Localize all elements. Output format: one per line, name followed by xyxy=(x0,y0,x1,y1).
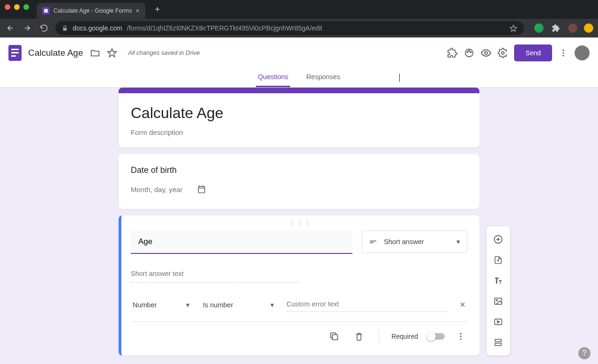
toolbar-row: docs.google.com/forms/d/1qhIZ6zI0NKZXtkr… xyxy=(0,19,598,37)
duplicate-icon[interactable] xyxy=(326,328,342,344)
question-type-dropdown[interactable]: Short answer ▾ xyxy=(362,230,467,253)
tab-questions[interactable]: Questions xyxy=(256,68,290,87)
calendar-icon xyxy=(197,185,206,194)
add-title-icon[interactable] xyxy=(490,272,507,289)
validation-row: Number ▾ Is number ▾ × xyxy=(131,297,467,312)
forward-button[interactable] xyxy=(22,22,33,34)
url-host: docs.google.com xyxy=(73,24,122,32)
svg-point-6 xyxy=(562,49,564,51)
svg-rect-19 xyxy=(495,339,501,342)
svg-point-1 xyxy=(467,51,468,52)
delete-trash-icon[interactable] xyxy=(351,329,366,344)
text-cursor xyxy=(399,74,400,82)
add-question-icon[interactable] xyxy=(490,231,507,248)
extensions-area xyxy=(530,22,593,34)
svg-point-13 xyxy=(460,335,461,337)
svg-rect-11 xyxy=(333,334,338,340)
more-menu-icon[interactable] xyxy=(558,47,569,59)
title-card[interactable]: Calculate Age Form description xyxy=(119,93,479,148)
profile-avatar-icon[interactable] xyxy=(568,23,577,33)
form-description[interactable]: Form description xyxy=(131,128,467,136)
question-card-date[interactable]: Date of birth Month, day, year xyxy=(119,154,479,209)
validation-type-label: Number xyxy=(133,301,157,309)
reload-button[interactable] xyxy=(38,22,50,34)
svg-rect-10 xyxy=(370,243,374,244)
dropdown-arrow-icon: ▾ xyxy=(456,238,460,245)
tab-title: Calculate Age - Google Forms xyxy=(53,7,132,14)
editor-tabs: Questions Responses xyxy=(0,68,598,88)
theme-palette-icon[interactable] xyxy=(463,47,475,59)
svg-point-4 xyxy=(485,52,487,54)
svg-point-3 xyxy=(471,51,471,52)
send-button[interactable]: Send xyxy=(514,45,552,61)
addons-icon[interactable] xyxy=(447,47,458,59)
url-path: /forms/d/1qhIZ6zI0NKZXtkrTPERGTkt495Vi0c… xyxy=(127,24,322,32)
import-questions-icon[interactable] xyxy=(490,252,507,268)
settings-gear-icon[interactable] xyxy=(497,47,508,59)
star-icon[interactable] xyxy=(106,47,118,59)
svg-point-17 xyxy=(496,300,498,301)
drag-handle-icon[interactable]: ⋮⋮⋮ xyxy=(289,219,312,227)
profile-badge-icon[interactable] xyxy=(584,23,593,33)
svg-point-7 xyxy=(562,52,564,53)
validation-type-dropdown[interactable]: Number ▾ xyxy=(131,298,192,312)
svg-point-14 xyxy=(460,338,461,340)
help-button[interactable]: ? xyxy=(578,347,591,359)
lock-icon xyxy=(62,25,68,31)
browser-chrome: Calculate Age - Google Forms × + docs.go… xyxy=(0,0,598,37)
question-title-input[interactable] xyxy=(131,230,352,254)
browser-tab[interactable]: Calculate Age - Google Forms × xyxy=(37,3,145,19)
dropdown-arrow-icon: ▾ xyxy=(270,301,274,309)
add-video-icon[interactable] xyxy=(490,313,507,330)
tab-responses[interactable]: Responses xyxy=(304,68,342,87)
extension-icon[interactable] xyxy=(534,23,544,33)
validation-rule-dropdown[interactable]: Is number ▾ xyxy=(201,298,276,312)
preview-eye-icon[interactable] xyxy=(480,47,492,59)
account-avatar[interactable] xyxy=(575,45,590,60)
tab-strip: Calculate Age - Google Forms × + xyxy=(0,0,598,19)
date-answer-row: Month, day, year xyxy=(131,185,467,194)
new-tab-button[interactable]: + xyxy=(151,3,164,16)
accent-bar xyxy=(119,88,479,93)
tab-close-icon[interactable]: × xyxy=(135,7,139,15)
type-label: Short answer xyxy=(384,238,424,245)
required-label: Required xyxy=(391,333,418,340)
question-more-icon[interactable] xyxy=(454,330,467,343)
svg-rect-20 xyxy=(495,343,501,346)
add-image-icon[interactable] xyxy=(490,293,507,310)
form-column: Calculate Age Form description Date of b… xyxy=(119,88,479,364)
form-canvas: Calculate Age Form description Date of b… xyxy=(0,88,598,364)
question-title: Date of birth xyxy=(131,165,467,175)
tool-rail xyxy=(486,226,510,356)
validation-error-input[interactable] xyxy=(285,297,448,312)
move-folder-icon[interactable] xyxy=(90,47,101,59)
window-close-icon[interactable] xyxy=(5,4,10,10)
form-name-input[interactable]: Calculate Age xyxy=(27,46,84,60)
form-title[interactable]: Calculate Age xyxy=(131,104,467,122)
svg-point-12 xyxy=(460,333,461,334)
window-controls xyxy=(5,4,34,15)
svg-point-8 xyxy=(562,55,564,56)
forms-logo-icon[interactable] xyxy=(8,45,22,61)
forms-favicon-icon xyxy=(42,7,50,15)
svg-rect-9 xyxy=(370,241,376,242)
svg-point-2 xyxy=(469,50,470,51)
short-answer-placeholder: Short answer text xyxy=(131,267,299,282)
svg-point-5 xyxy=(502,52,505,54)
extensions-puzzle-icon[interactable] xyxy=(550,22,561,34)
dropdown-arrow-icon: ▾ xyxy=(186,301,190,309)
back-button[interactable] xyxy=(5,22,16,34)
app-header: Calculate Age All changes saved in Drive… xyxy=(0,37,598,68)
remove-validation-icon[interactable]: × xyxy=(458,297,467,312)
address-bar[interactable]: docs.google.com/forms/d/1qhIZ6zI0NKZXtkr… xyxy=(55,21,524,35)
window-zoom-icon[interactable] xyxy=(23,4,29,10)
date-placeholder: Month, day, year xyxy=(131,186,183,193)
add-section-icon[interactable] xyxy=(490,334,507,351)
required-toggle[interactable] xyxy=(427,333,445,340)
window-minimize-icon[interactable] xyxy=(14,4,20,10)
question-card-age[interactable]: ⋮⋮⋮ Short answer ▾ Short answer text Num… xyxy=(119,215,479,356)
bookmark-star-icon[interactable] xyxy=(509,24,517,32)
divider xyxy=(379,329,379,344)
save-status: All changes saved in Drive xyxy=(128,49,200,56)
question-footer: Required xyxy=(131,321,467,344)
